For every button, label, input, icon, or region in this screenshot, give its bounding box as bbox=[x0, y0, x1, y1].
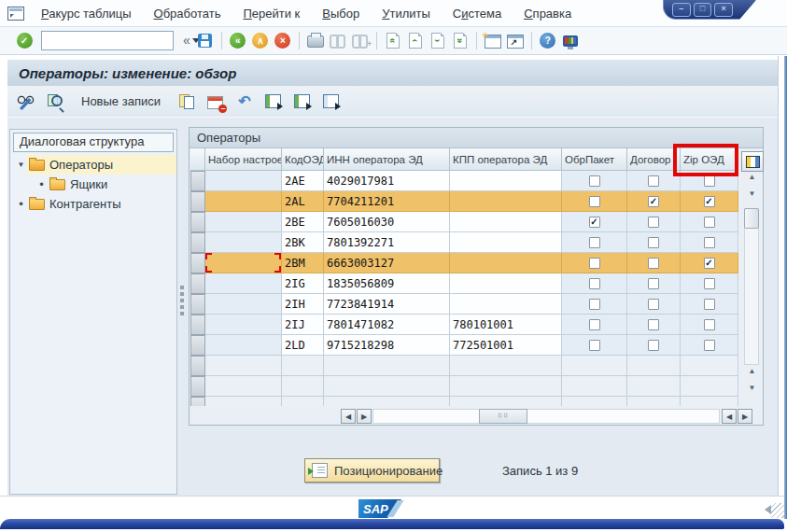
row-selector[interactable] bbox=[190, 335, 205, 356]
tree-label-box[interactable]: Контрагенты bbox=[27, 194, 176, 214]
scroll-right-button[interactable]: ▶ bbox=[357, 409, 372, 424]
cell-kpp[interactable] bbox=[450, 232, 562, 253]
cancel-button[interactable]: × bbox=[272, 29, 294, 51]
checkbox[interactable] bbox=[648, 340, 659, 351]
column-header[interactable]: КодОЭД bbox=[282, 148, 324, 171]
help-button[interactable]: ? bbox=[537, 29, 559, 51]
row-selector[interactable] bbox=[190, 397, 205, 406]
cell-kod-oed[interactable]: 2BM bbox=[282, 253, 324, 273]
cell-inn[interactable]: 7605016030 bbox=[324, 212, 450, 232]
cell-kod-oed[interactable]: 2AL bbox=[282, 191, 324, 212]
checkbox[interactable] bbox=[704, 319, 715, 330]
previous-page-button[interactable]: ‹ bbox=[404, 29, 427, 51]
close-button[interactable]: × bbox=[714, 3, 733, 17]
cell-nabor-nastroek[interactable] bbox=[205, 191, 282, 212]
cell-kod-oed[interactable]: 2LD bbox=[282, 335, 324, 356]
undo-button[interactable]: ↶ bbox=[233, 91, 256, 113]
cell-kpp[interactable]: 780101001 bbox=[450, 315, 562, 335]
checkbox[interactable] bbox=[589, 340, 600, 351]
cell-kod-oed[interactable]: 2IH bbox=[282, 294, 324, 315]
menu-item[interactable]: Перейти к bbox=[232, 1, 311, 26]
row-selector[interactable] bbox=[190, 376, 205, 397]
scroll-up-icon[interactable]: ▲ bbox=[742, 367, 762, 382]
horizontal-scrollbar-thumb[interactable]: ⠿⠿ bbox=[479, 409, 527, 424]
menu-item[interactable]: Справка bbox=[513, 1, 583, 26]
copy-as-button[interactable] bbox=[176, 91, 198, 113]
collapse-statusbar-icon[interactable] bbox=[765, 505, 771, 514]
row-selector[interactable] bbox=[190, 315, 205, 335]
column-header[interactable]: ИНН оператора ЭД bbox=[324, 148, 450, 171]
checkbox[interactable] bbox=[589, 175, 600, 187]
cell-kod-oed[interactable]: 2IG bbox=[282, 273, 324, 294]
table-settings-button[interactable] bbox=[741, 151, 764, 172]
checkbox[interactable] bbox=[704, 237, 715, 248]
last-page-button[interactable]: » bbox=[449, 29, 471, 51]
next-page-button[interactable]: › bbox=[427, 29, 449, 51]
cell-nabor-nastroek[interactable] bbox=[205, 212, 282, 232]
new-entries-button[interactable]: Новые записи bbox=[73, 94, 169, 108]
print-button[interactable] bbox=[304, 29, 327, 51]
cell-kpp[interactable]: 772501001 bbox=[450, 335, 562, 356]
cell-kpp[interactable] bbox=[450, 212, 562, 232]
cell-kpp[interactable] bbox=[450, 294, 562, 315]
checkbox[interactable] bbox=[648, 319, 659, 330]
row-selector[interactable] bbox=[190, 212, 205, 232]
menu-item[interactable]: Утилиты bbox=[371, 1, 442, 26]
cell-kpp[interactable] bbox=[450, 191, 562, 212]
checkbox[interactable]: ✓ bbox=[704, 258, 715, 269]
checkbox[interactable] bbox=[589, 299, 600, 310]
row-selector[interactable] bbox=[190, 191, 205, 212]
cell-kpp[interactable] bbox=[450, 171, 562, 191]
cell-inn[interactable]: 7723841914 bbox=[324, 294, 450, 315]
cell-kod-oed[interactable]: 2BE bbox=[282, 212, 324, 232]
menu-item[interactable]: Обработать bbox=[143, 1, 232, 26]
system-menu-icon[interactable] bbox=[7, 7, 24, 21]
back-button[interactable]: « bbox=[227, 29, 249, 51]
row-selector[interactable] bbox=[190, 171, 205, 191]
tree-item[interactable]: ▼Операторы bbox=[10, 155, 176, 175]
tree-label-box[interactable]: Ящики bbox=[48, 175, 176, 194]
row-selector[interactable] bbox=[190, 232, 205, 253]
checkbox[interactable]: ✓ bbox=[648, 196, 659, 207]
tree-item[interactable]: •Ящики bbox=[10, 175, 176, 194]
cell-kod-oed[interactable]: 2AE bbox=[282, 171, 324, 191]
checkbox[interactable] bbox=[704, 175, 715, 187]
cell-nabor-nastroek[interactable] bbox=[205, 171, 282, 191]
tree-item[interactable]: •Контрагенты bbox=[10, 194, 176, 214]
resize-grip[interactable] bbox=[771, 503, 785, 518]
checkbox[interactable] bbox=[704, 340, 715, 351]
vertical-scrollbar-thumb[interactable] bbox=[744, 208, 759, 229]
find-next-button[interactable]: + bbox=[349, 29, 372, 51]
checkbox[interactable] bbox=[704, 278, 715, 289]
checkbox[interactable] bbox=[589, 319, 600, 330]
checkbox[interactable] bbox=[704, 217, 715, 228]
column-header[interactable]: КПП оператора ЭД bbox=[450, 148, 562, 171]
checkbox[interactable] bbox=[589, 237, 600, 248]
create-shortcut-button[interactable] bbox=[504, 29, 527, 51]
collapse-history-icon[interactable]: « bbox=[179, 33, 194, 48]
checkbox[interactable] bbox=[589, 196, 600, 207]
display-change-toggle-button[interactable] bbox=[15, 91, 37, 113]
checkbox[interactable] bbox=[704, 299, 715, 310]
cell-inn[interactable]: 4029017981 bbox=[324, 171, 450, 191]
customize-layout-button[interactable] bbox=[559, 29, 582, 51]
cell-nabor-nastroek[interactable] bbox=[205, 253, 282, 273]
exit-button[interactable]: ∧ bbox=[249, 29, 272, 51]
cell-inn[interactable]: 7801392271 bbox=[324, 232, 450, 253]
column-header[interactable]: ОбрПакет bbox=[562, 148, 627, 171]
column-header-selector[interactable] bbox=[190, 148, 205, 171]
menu-item[interactable]: Выбор bbox=[311, 1, 371, 26]
horizontal-scrollbar-track[interactable] bbox=[372, 409, 720, 424]
checkbox[interactable] bbox=[648, 258, 659, 269]
row-selector[interactable] bbox=[190, 294, 205, 315]
cell-nabor-nastroek[interactable] bbox=[205, 273, 282, 294]
checkbox[interactable] bbox=[589, 258, 600, 269]
checkbox[interactable] bbox=[648, 217, 659, 228]
delete-row-button[interactable] bbox=[204, 91, 227, 113]
cell-inn[interactable]: 9715218298 bbox=[324, 335, 450, 356]
maximize-button[interactable]: □ bbox=[694, 3, 712, 17]
row-selector[interactable] bbox=[190, 253, 205, 273]
scroll-down-icon[interactable]: ▼ bbox=[742, 384, 762, 399]
scroll-right-button[interactable]: ▶ bbox=[738, 409, 752, 424]
checkbox[interactable] bbox=[648, 278, 659, 289]
